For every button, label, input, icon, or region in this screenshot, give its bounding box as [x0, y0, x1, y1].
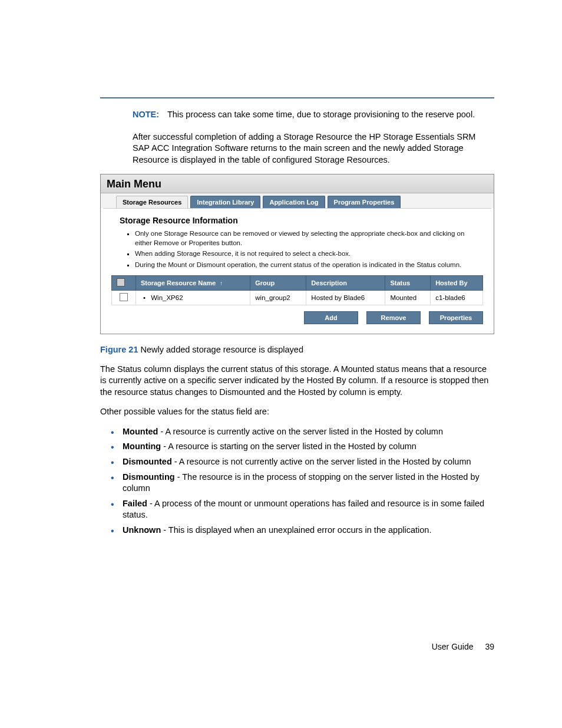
cell-name-text: Win_XP62	[151, 294, 183, 301]
window-title: Main Menu	[101, 174, 494, 193]
horizontal-rule	[100, 97, 494, 98]
note-label: NOTE:	[133, 110, 159, 119]
tab-integration-library[interactable]: Integration Library	[190, 196, 260, 208]
note-text: This process can take some time, due to …	[167, 110, 475, 119]
footer-doc-name: User Guide	[432, 642, 474, 651]
sort-asc-icon: ↑	[220, 280, 223, 286]
col-checkbox[interactable]	[112, 275, 136, 290]
status-item: Failed - A process of the mount or unmou…	[111, 498, 494, 521]
col-description[interactable]: Description	[306, 275, 385, 290]
status-item: Dismounted - A resource is not currently…	[111, 456, 494, 468]
header-checkbox[interactable]	[117, 278, 125, 286]
figure-caption-text: Newly added storage resource is displaye…	[141, 345, 303, 354]
app-screenshot: Main Menu Storage Resources Integration …	[100, 174, 494, 334]
intro-paragraph: After successful completion of adding a …	[133, 131, 494, 166]
resource-table: Storage Resource Name ↑ Group Descriptio…	[111, 275, 483, 305]
status-name: Dismounted	[123, 457, 172, 466]
info-bullet: Only one Storage Resource can be removed…	[135, 229, 483, 248]
status-name: Unknown	[123, 525, 161, 535]
info-bullet: When adding Storage Resource, it is not …	[135, 249, 483, 258]
status-item: Unknown - This is displayed when an unex…	[111, 525, 494, 536]
status-desc: - A resource is currently active on the …	[158, 427, 443, 436]
button-row: Add Remove Properties	[111, 311, 483, 324]
bullet-icon: •	[143, 294, 146, 301]
note-line: NOTE: This process can take some time, d…	[133, 109, 494, 121]
status-desc: - A resource is starting on the server l…	[161, 442, 416, 451]
info-list: Only one Storage Resource can be removed…	[135, 229, 483, 269]
cell-description: Hosted by Blade6	[306, 290, 385, 305]
tab-storage-resources[interactable]: Storage Resources	[116, 196, 188, 208]
tab-application-log[interactable]: Application Log	[263, 196, 325, 208]
status-name: Failed	[123, 499, 147, 508]
add-button[interactable]: Add	[304, 311, 358, 324]
table-row[interactable]: • Win_XP62 win_group2 Hosted by Blade6 M…	[112, 290, 483, 305]
footer-page-number: 39	[485, 642, 494, 651]
status-name: Dismounting	[123, 472, 175, 482]
col-hosted-by[interactable]: Hosted By	[431, 275, 483, 290]
status-desc: - The resource is in the process of stop…	[123, 472, 480, 493]
page-footer: User Guide 39	[100, 642, 494, 651]
col-name-label: Storage Resource Name	[141, 279, 216, 286]
tab-program-properties[interactable]: Program Properties	[328, 196, 401, 208]
status-item: Mounted - A resource is currently active…	[111, 426, 494, 438]
figure-label: Figure 21	[100, 345, 138, 354]
figure-caption: Figure 21 Newly added storage resource i…	[100, 345, 494, 354]
status-list: Mounted - A resource is currently active…	[111, 426, 494, 536]
cell-name: • Win_XP62	[136, 290, 250, 305]
col-name[interactable]: Storage Resource Name ↑	[136, 275, 250, 290]
cell-hosted-by: c1-blade6	[431, 290, 483, 305]
cell-group: win_group2	[250, 290, 306, 305]
col-group[interactable]: Group	[250, 275, 306, 290]
row-checkbox[interactable]	[120, 293, 128, 301]
status-item: Dismounting - The resource is in the pro…	[111, 472, 494, 495]
status-name: Mounted	[123, 427, 158, 436]
col-status[interactable]: Status	[385, 275, 431, 290]
panel: Storage Resource Information Only one St…	[103, 208, 491, 331]
info-bullet: During the Mount or Dismount operation, …	[135, 260, 483, 269]
tab-bar: Storage Resources Integration Library Ap…	[101, 193, 494, 208]
cell-status: Mounted	[385, 290, 431, 305]
properties-button[interactable]: Properties	[429, 311, 483, 324]
status-desc: - A resource is not currently active on …	[172, 457, 471, 466]
status-intro-paragraph: The Status column displays the current s…	[100, 364, 494, 398]
status-desc: - A process of the mount or unmount oper…	[123, 499, 484, 520]
remove-button[interactable]: Remove	[366, 311, 421, 324]
panel-heading: Storage Resource Information	[120, 216, 483, 225]
status-desc: - This is displayed when an unexplained …	[161, 525, 431, 535]
status-name: Mounting	[123, 442, 161, 451]
status-item: Mounting - A resource is starting on the…	[111, 441, 494, 453]
other-values-paragraph: Other possible values for the status fie…	[100, 406, 494, 418]
